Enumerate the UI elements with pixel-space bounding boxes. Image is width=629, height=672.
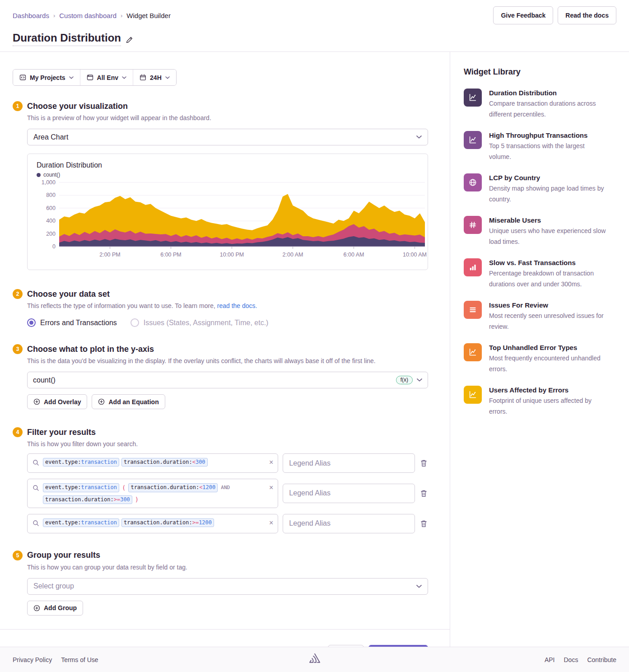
step-group: 5 Group your results This is how you can… [13, 551, 428, 616]
delete-filter-button[interactable] [419, 489, 428, 498]
calendar-icon [140, 74, 146, 81]
docs-link[interactable]: Docs [564, 656, 578, 663]
step-subtitle: This is a preview of how your widget wil… [27, 114, 428, 121]
widget-library-item-name: Users Affected by Errors [489, 386, 607, 394]
widget-library-panel: Widget Library Duration DistributionComp… [450, 52, 629, 647]
paren-token: ( [121, 483, 126, 492]
search-token[interactable]: transaction.duration:>=300 [43, 495, 132, 504]
legend-label: count() [43, 172, 60, 178]
contribute-link[interactable]: Contribute [587, 656, 616, 663]
widget-library-item-description: Most frequently encountered unhandled er… [489, 353, 607, 374]
radio-unselected-icon [130, 318, 139, 327]
chart-legend[interactable]: count() [37, 172, 423, 178]
bar-icon [464, 258, 482, 276]
search-conditions-input[interactable]: event.type:transactiontransaction.durati… [27, 514, 278, 533]
widget-library-item[interactable]: Slow vs. Fast TransactionsPercentage bre… [464, 258, 618, 289]
chevron-down-icon [416, 135, 422, 139]
widget-library-list: Duration DistributionCompare transaction… [464, 89, 618, 417]
visualization-select[interactable]: Area Chart [27, 129, 428, 145]
breadcrumb-custom-dashboard[interactable]: Custom dashboard [59, 12, 116, 19]
widget-library-item[interactable]: Top Unhandled Error TypesMost frequently… [464, 343, 618, 374]
step-visualization: 1 Choose your visualization This is a pr… [13, 101, 428, 270]
chevron-down-icon [69, 76, 74, 79]
add-equation-button[interactable]: Add an Equation [92, 394, 165, 409]
footer-right-links: API Docs Contribute [545, 656, 616, 663]
search-conditions-input[interactable]: event.type:transaction(transaction.durat… [27, 479, 278, 508]
svg-text:1,000: 1,000 [42, 179, 56, 186]
step-title: Choose your visualization [27, 102, 128, 111]
delete-filter-button[interactable] [419, 458, 428, 468]
widget-library-item-name: Miserable Users [489, 216, 607, 224]
hash-icon [464, 216, 482, 234]
time-range-filter[interactable]: 24H [133, 70, 176, 85]
terms-of-use-link[interactable]: Terms of Use [61, 656, 98, 663]
search-token[interactable]: event.type:transaction [43, 483, 119, 492]
search-icon [33, 485, 39, 491]
widget-library-item[interactable]: Users Affected by ErrorsFootprint of uni… [464, 386, 618, 417]
widget-library-item[interactable]: High Throughput TransactionsTop 5 transa… [464, 131, 618, 162]
breadcrumb-separator: › [121, 12, 122, 19]
step-number-badge: 5 [13, 551, 23, 560]
clear-search-icon[interactable]: × [269, 459, 273, 466]
widget-library-item-description: Percentage breakdown of transaction dura… [489, 268, 607, 289]
add-group-button[interactable]: Add Group [27, 601, 83, 616]
api-link[interactable]: API [545, 656, 555, 663]
clear-search-icon[interactable]: × [269, 484, 273, 491]
search-token[interactable]: transaction.duration:<300 [121, 458, 208, 467]
environment-filter[interactable]: All Env [80, 70, 133, 85]
search-token[interactable]: transaction.duration:>=1200 [121, 518, 214, 527]
svg-text:6:00 AM: 6:00 AM [344, 252, 364, 258]
sentry-logo-icon[interactable] [308, 653, 321, 664]
legend-dot [37, 173, 41, 177]
radio-issues[interactable]: Issues (States, Assignment, Time, etc.) [130, 318, 269, 327]
widget-library-item[interactable]: Miserable UsersUnique users who have exp… [464, 216, 618, 247]
chart-line-icon [464, 386, 482, 404]
svg-text:10:00 AM: 10:00 AM [403, 252, 427, 258]
breadcrumb: Dashboards › Custom dashboard › Widget B… [13, 12, 171, 19]
legend-alias-input[interactable] [283, 514, 415, 533]
widget-library-item[interactable]: LCP by CountryDensity map showing page l… [464, 173, 618, 205]
group-select[interactable]: Select group [27, 578, 428, 595]
search-token[interactable]: event.type:transaction [43, 458, 119, 467]
read-the-docs-link[interactable]: read the docs. [217, 302, 257, 309]
legend-alias-input[interactable] [283, 484, 415, 503]
legend-alias-input[interactable] [283, 453, 415, 473]
time-range-label: 24H [150, 74, 162, 81]
yaxis-field-select[interactable]: count() f(x) [27, 372, 428, 388]
svg-text:6:00 PM: 6:00 PM [160, 252, 182, 258]
step-subtitle: This reflects the type of information yo… [27, 302, 428, 309]
delete-filter-button[interactable] [419, 519, 428, 528]
widget-library-item[interactable]: Issues For ReviewMost recently seen unre… [464, 301, 618, 332]
privacy-policy-link[interactable]: Privacy Policy [13, 656, 52, 663]
svg-text:0: 0 [52, 243, 56, 250]
search-token[interactable]: event.type:transaction [43, 518, 119, 527]
step-number-badge: 4 [13, 427, 23, 437]
chevron-down-icon [165, 76, 170, 79]
step-dataset: 2 Choose your data set This reflects the… [13, 289, 428, 327]
give-feedback-button[interactable]: Give Feedback [493, 6, 553, 24]
widget-library-title: Widget Library [464, 67, 618, 77]
project-filter[interactable]: My Projects [13, 70, 80, 85]
add-overlay-button[interactable]: Add Overlay [27, 394, 87, 409]
clear-search-icon[interactable]: × [269, 519, 273, 527]
visualization-select-value: Area Chart [33, 133, 416, 141]
filter-row: event.type:transactiontransaction.durati… [27, 514, 428, 533]
environment-icon [87, 74, 93, 81]
read-the-docs-button[interactable]: Read the docs [558, 6, 616, 24]
widget-library-item[interactable]: Duration DistributionCompare transaction… [464, 89, 618, 120]
widget-preview-panel: Duration Distribution count() 0200400600… [27, 154, 428, 270]
radio-errors-and-transactions[interactable]: Errors and Transactions [27, 318, 117, 327]
edit-title-icon[interactable] [126, 36, 133, 44]
step-number-badge: 2 [13, 289, 23, 299]
widget-library-item-name: Top Unhandled Error Types [489, 343, 607, 351]
search-token[interactable]: transaction.duration:<1200 [128, 483, 218, 492]
chevron-down-icon [416, 585, 422, 588]
breadcrumb-separator: › [53, 12, 55, 19]
yaxis-field-value: count() [33, 376, 396, 384]
search-icon [33, 520, 39, 527]
search-conditions-input[interactable]: event.type:transactiontransaction.durati… [27, 453, 278, 473]
breadcrumb-dashboards[interactable]: Dashboards [13, 12, 49, 19]
step-subtitle: This is how you filter down your search. [27, 440, 428, 448]
globe-icon [464, 173, 482, 191]
step-subtitle: This is the data you'd be visualizing in… [27, 357, 428, 364]
